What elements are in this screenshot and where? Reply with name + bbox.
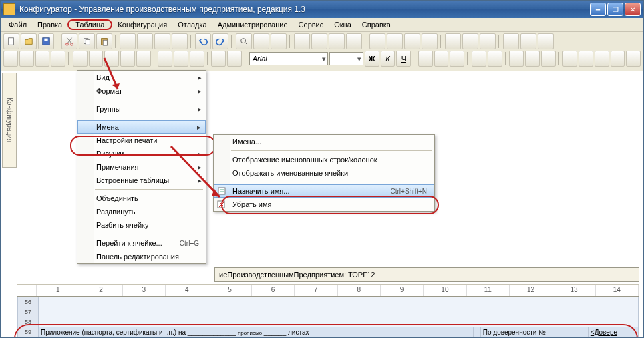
tb-generic-icon[interactable] bbox=[271, 33, 287, 49]
tb-generic-icon[interactable] bbox=[503, 33, 519, 49]
menu-konfiguratsiya[interactable]: Конфигурация bbox=[112, 19, 172, 30]
tb-generic-icon[interactable] bbox=[89, 51, 104, 67]
assign-name-icon bbox=[217, 186, 228, 196]
menu-nastroyki-pechati[interactable]: Настройки печати bbox=[77, 134, 206, 147]
tb-generic-icon[interactable] bbox=[329, 33, 345, 49]
menu-administrirovanie[interactable]: Администрирование bbox=[212, 19, 293, 30]
tb-fill-icon[interactable] bbox=[488, 51, 502, 67]
menu-file[interactable]: Файл bbox=[3, 19, 32, 30]
tb-copy-icon[interactable] bbox=[79, 33, 95, 49]
menu-okna[interactable]: Окна bbox=[329, 19, 357, 30]
submenu-naznachit-imya[interactable]: Назначить имя...Ctrl+Shift+N bbox=[214, 184, 434, 198]
menu-gruppy[interactable]: Группы bbox=[77, 102, 206, 116]
submenu-imena[interactable]: Имена... bbox=[214, 135, 434, 148]
submenu-ubrat-imya[interactable]: Убрать имя bbox=[214, 198, 434, 211]
tb-generic-icon[interactable] bbox=[538, 33, 554, 49]
submenu-otobrazhenie[interactable]: Отображение именованных строк/колонок bbox=[214, 153, 434, 166]
tb-save-icon[interactable] bbox=[38, 33, 54, 49]
vertical-tab[interactable]: Конфигурация bbox=[2, 73, 17, 168]
menu-imena[interactable]: Имена bbox=[77, 120, 206, 134]
tb-underline-icon[interactable]: Ч bbox=[396, 51, 411, 67]
menu-otladka[interactable]: Отладка bbox=[172, 19, 212, 30]
tb-italic-icon[interactable]: К bbox=[381, 51, 395, 67]
svg-rect-11 bbox=[218, 201, 224, 208]
menu-obedinit[interactable]: Объединить bbox=[77, 192, 206, 205]
tb-generic-icon[interactable] bbox=[422, 33, 438, 49]
document-tab[interactable]: иеПроизводственнымПредприятием: ТОРГ12 bbox=[214, 267, 639, 282]
tb-generic-icon[interactable] bbox=[626, 51, 641, 67]
maximize-button[interactable]: ❐ bbox=[607, 3, 623, 16]
tb-generic-icon[interactable] bbox=[387, 33, 403, 49]
tb-align-center-icon[interactable] bbox=[434, 51, 449, 67]
menu-spravka[interactable]: Справка bbox=[357, 19, 396, 30]
tb-generic-icon[interactable] bbox=[73, 51, 88, 67]
font-combo[interactable]: Arial bbox=[249, 52, 329, 65]
menu-razdvinut[interactable]: Раздвинуть bbox=[77, 205, 206, 218]
tb-generic-icon[interactable] bbox=[294, 33, 310, 49]
minimize-button[interactable]: ━ bbox=[590, 3, 606, 16]
close-button[interactable]: ✕ bbox=[625, 3, 641, 16]
menu-servis[interactable]: Сервис bbox=[293, 19, 329, 30]
tb-undo-icon[interactable] bbox=[195, 33, 211, 49]
tb-paste-icon[interactable] bbox=[96, 33, 112, 49]
tb-generic-icon[interactable] bbox=[174, 51, 188, 67]
client-area: Конфигурация Вид Формат Группы Имена Нас… bbox=[1, 71, 643, 338]
tb-generic-icon[interactable] bbox=[19, 51, 34, 67]
tb-generic-icon[interactable] bbox=[120, 33, 136, 49]
menu-vid[interactable]: Вид bbox=[77, 71, 206, 84]
tb-border-icon[interactable] bbox=[541, 51, 556, 67]
menu-panel-redaktirovaniya[interactable]: Панель редактирования bbox=[77, 250, 206, 263]
tb-generic-icon[interactable] bbox=[369, 33, 385, 49]
tb-cut-icon[interactable] bbox=[61, 33, 77, 49]
tb-generic-icon[interactable] bbox=[137, 33, 153, 49]
tb-generic-icon[interactable] bbox=[120, 51, 135, 67]
tb-generic-icon[interactable] bbox=[595, 51, 609, 67]
tb-generic-icon[interactable] bbox=[611, 51, 625, 67]
menu-pravka[interactable]: Правка bbox=[32, 19, 67, 30]
tb-bold-icon[interactable]: Ж bbox=[365, 51, 379, 67]
menu-primechaniya[interactable]: Примечания bbox=[77, 160, 206, 174]
menu-razbit-yacheyku[interactable]: Разбить ячейку bbox=[77, 218, 206, 232]
tb-open-icon[interactable] bbox=[21, 33, 37, 49]
tb-border-icon[interactable] bbox=[509, 51, 524, 67]
tb-generic-icon[interactable] bbox=[404, 33, 420, 49]
tb-generic-icon[interactable] bbox=[190, 51, 204, 67]
menubar: Файл Правка Таблица Конфигурация Отладка… bbox=[1, 18, 643, 32]
ruler-col: 7 bbox=[295, 285, 337, 297]
tb-generic-icon[interactable] bbox=[445, 33, 461, 49]
tb-generic-icon[interactable] bbox=[172, 33, 188, 49]
spreadsheet-grid[interactable]: 56 57 58 59 Приложение (паспорта, сертиф… bbox=[17, 296, 639, 338]
ruler-col: 5 bbox=[208, 285, 251, 297]
tb-generic-icon[interactable] bbox=[520, 33, 536, 49]
tb-generic-icon[interactable] bbox=[104, 51, 119, 67]
tb-redo-icon[interactable] bbox=[212, 33, 228, 49]
tb-generic-icon[interactable] bbox=[227, 51, 242, 67]
tb-color-icon[interactable] bbox=[472, 51, 486, 67]
tb-new-icon[interactable] bbox=[3, 33, 19, 49]
tb-generic-icon[interactable] bbox=[579, 51, 593, 67]
tb-generic-icon[interactable] bbox=[480, 33, 496, 49]
tb-generic-icon[interactable] bbox=[51, 51, 65, 67]
tb-align-left-icon[interactable] bbox=[418, 51, 433, 67]
menu-tablitsa[interactable]: Таблица bbox=[67, 19, 112, 30]
tb-find-icon[interactable] bbox=[236, 33, 252, 49]
menu-pereyti-k-yacheyke[interactable]: Перейти к ячейке...Ctrl+G bbox=[77, 236, 206, 250]
tb-generic-icon[interactable] bbox=[158, 51, 172, 67]
tb-align-right-icon[interactable] bbox=[450, 51, 464, 67]
tb-generic-icon[interactable] bbox=[3, 51, 18, 67]
tb-generic-icon[interactable] bbox=[136, 51, 151, 67]
submenu-otobrazhat[interactable]: Отображать именованные ячейки bbox=[214, 166, 434, 180]
tb-generic-icon[interactable] bbox=[346, 33, 362, 49]
tb-generic-icon[interactable] bbox=[154, 33, 170, 49]
menu-risunki[interactable]: Рисунки bbox=[77, 147, 206, 160]
tb-generic-icon[interactable] bbox=[462, 33, 478, 49]
tb-generic-icon[interactable] bbox=[35, 51, 50, 67]
tb-generic-icon[interactable] bbox=[253, 33, 269, 49]
tb-generic-icon[interactable] bbox=[311, 33, 327, 49]
tb-generic-icon[interactable] bbox=[211, 51, 226, 67]
tb-generic-icon[interactable] bbox=[562, 51, 577, 67]
menu-vstroennye-tablitsy[interactable]: Встроенные таблицы bbox=[77, 174, 206, 187]
fontsize-combo[interactable] bbox=[329, 52, 363, 65]
menu-format[interactable]: Формат bbox=[77, 84, 206, 98]
tb-border-icon[interactable] bbox=[525, 51, 540, 67]
